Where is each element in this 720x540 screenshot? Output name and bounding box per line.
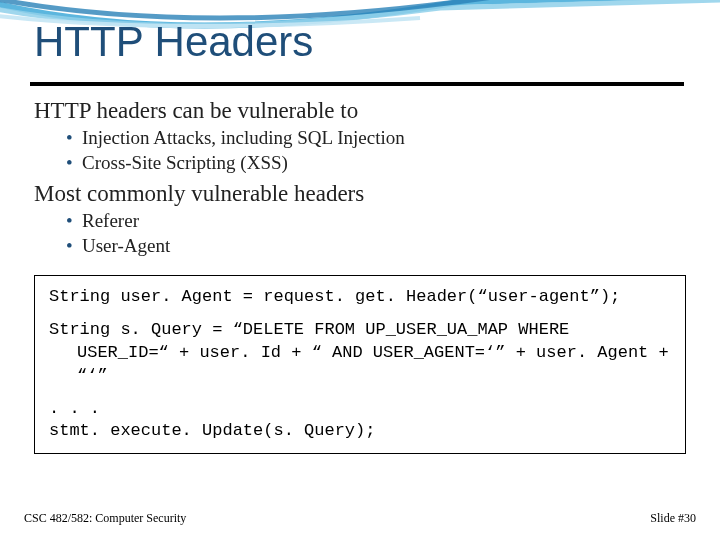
code-text: String s. Query = “DELETE FROM UP_USER_U… — [49, 320, 569, 339]
footer-course: CSC 482/582: Computer Security — [24, 511, 186, 526]
list-item: Referer — [66, 209, 686, 234]
code-line: String s. Query = “DELETE FROM UP_USER_U… — [49, 319, 671, 388]
footer-slide-number: Slide #30 — [650, 511, 696, 526]
code-box: String user. Agent = request. get. Heade… — [34, 275, 686, 455]
page-title: HTTP Headers — [34, 18, 313, 66]
title-underline — [30, 82, 684, 86]
code-text: stmt. execute. Update(s. Query); — [49, 420, 671, 443]
slide: HTTP Headers HTTP headers can be vulnera… — [0, 0, 720, 540]
section-heading-1: HTTP headers can be vulnerable to — [34, 98, 686, 124]
section-heading-2: Most commonly vulnerable headers — [34, 181, 686, 207]
content-body: HTTP headers can be vulnerable to Inject… — [34, 92, 686, 454]
list-item: Cross-Site Scripting (XSS) — [66, 151, 686, 176]
bullet-list-2: Referer User-Agent — [66, 209, 686, 258]
code-line: String user. Agent = request. get. Heade… — [49, 286, 671, 309]
code-line: . . . stmt. execute. Update(s. Query); — [49, 398, 671, 444]
list-item: User-Agent — [66, 234, 686, 259]
code-text-indent: USER_ID=“ + user. Id + “ AND USER_AGENT=… — [49, 342, 671, 388]
bullet-list-1: Injection Attacks, including SQL Injecti… — [66, 126, 686, 175]
code-text: . . . — [49, 398, 671, 421]
list-item: Injection Attacks, including SQL Injecti… — [66, 126, 686, 151]
